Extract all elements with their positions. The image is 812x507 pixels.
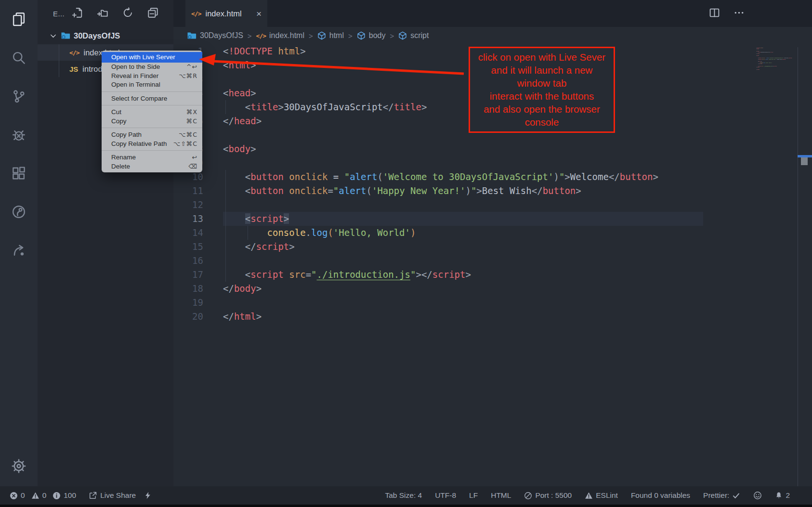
scrollbar-thumb[interactable] xyxy=(801,157,808,165)
status-item-label: 0 xyxy=(42,491,47,500)
context-menu-item-copy[interactable]: Copy⌘C xyxy=(102,117,202,126)
activity-go-live[interactable] xyxy=(0,231,38,270)
new-folder-icon xyxy=(97,7,108,18)
status-warnings[interactable]: 0 xyxy=(31,491,47,500)
status-eslint[interactable]: ESLint xyxy=(585,491,618,500)
code-line[interactable]: 9 xyxy=(173,156,812,170)
code-line[interactable]: 12 xyxy=(173,198,812,212)
code-line[interactable]: 15 </script> xyxy=(173,240,812,254)
line-number: 14 xyxy=(173,226,203,240)
context-menu-item-open-in-terminal[interactable]: Open in Terminal xyxy=(102,80,202,90)
code-line[interactable]: 16 xyxy=(173,254,812,268)
symbol-cube-icon xyxy=(398,31,407,40)
status-port[interactable]: Port : 5500 xyxy=(524,491,572,500)
status-variables[interactable]: Found 0 variables xyxy=(631,491,690,500)
context-menu-item-delete[interactable]: Delete⌫ xyxy=(102,162,202,171)
status-language[interactable]: HTML xyxy=(491,491,511,500)
menu-item-shortcut: ⌥⌘C xyxy=(179,131,197,139)
breadcrumb-item-body[interactable]: body xyxy=(357,31,386,40)
activity-settings[interactable] xyxy=(11,458,26,476)
breadcrumb-item-index-html[interactable]: </>index.html xyxy=(256,31,304,40)
activity-live-share[interactable] xyxy=(0,193,38,231)
code-line[interactable]: 14 console.log('Hello, World') xyxy=(173,226,812,240)
breadcrumb-separator: > xyxy=(309,32,313,40)
annotation-box: click on open with Live Sever and it wil… xyxy=(469,47,615,133)
menu-item-label: Cut xyxy=(111,108,121,116)
new-folder-button[interactable] xyxy=(97,7,108,20)
tree-root-folder[interactable]: 30DaysOfJS xyxy=(38,27,173,44)
live-share-export-icon xyxy=(89,491,97,500)
bell-icon xyxy=(775,491,783,500)
tab-index-html[interactable]: </> index.html × xyxy=(185,0,267,27)
line-number: 16 xyxy=(173,254,203,268)
line-number: 12 xyxy=(173,198,203,212)
menu-separator xyxy=(102,91,202,92)
status-prettier[interactable]: Prettier: xyxy=(703,491,740,500)
menu-item-shortcut: ⌥⌘R xyxy=(179,72,197,80)
warning-icon xyxy=(585,492,593,500)
minimap[interactable]: <!DOCTYPE html><html><head> <title>30Day… xyxy=(755,47,798,86)
breadcrumb-item-30daysofjs[interactable]: 30DaysOfJS xyxy=(187,31,243,40)
status-item-label: Prettier: xyxy=(703,491,729,500)
code-line[interactable]: 17 <script src="./introduction.js"></scr… xyxy=(173,268,812,282)
close-tab-icon[interactable]: × xyxy=(256,9,262,18)
info-icon xyxy=(52,492,61,500)
status-notifications[interactable]: 2 xyxy=(775,491,790,500)
context-menu-item-select-for-compare[interactable]: Select for Compare xyxy=(102,94,202,103)
breadcrumb-item-script[interactable]: script xyxy=(398,31,429,40)
code-line[interactable]: 10 <button onclick = "alert('Welcome to … xyxy=(173,170,812,184)
context-menu-item-open-with-live-server[interactable]: Open with Live Server xyxy=(102,52,202,63)
status-tab-size[interactable]: Tab Size: 4 xyxy=(385,491,422,500)
context-menu-item-copy-relative-path[interactable]: Copy Relative Path⌥⇧⌘C xyxy=(102,139,202,148)
code-line[interactable]: 8<body> xyxy=(173,142,812,156)
status-feedback[interactable] xyxy=(753,491,762,500)
status-item-label: HTML xyxy=(491,491,511,500)
menu-item-label: Rename xyxy=(111,154,136,161)
status-lightning[interactable] xyxy=(144,491,152,500)
split-editor-icon xyxy=(709,7,720,18)
context-menu-item-rename[interactable]: Rename↩ xyxy=(102,153,202,162)
activity-bar xyxy=(0,0,38,486)
status-eol[interactable]: LF xyxy=(469,491,478,500)
activity-explorer[interactable] xyxy=(0,0,38,39)
settings-gear-icon xyxy=(11,458,26,474)
code-line[interactable]: 20</html> xyxy=(173,310,812,324)
context-menu-item-reveal-in-finder[interactable]: Reveal in Finder⌥⌘R xyxy=(102,71,202,80)
more-actions-button[interactable] xyxy=(733,7,745,20)
line-number: 11 xyxy=(173,184,203,198)
split-editor-button[interactable] xyxy=(709,7,720,20)
breadcrumb-item-html[interactable]: html xyxy=(317,31,344,40)
code-line[interactable]: 18</body> xyxy=(173,282,812,296)
status-item-label: LF xyxy=(469,491,478,500)
menu-separator xyxy=(102,128,202,128)
menu-item-label: Delete xyxy=(111,163,130,170)
breadcrumb-separator: > xyxy=(390,32,394,40)
folder-icon xyxy=(187,31,196,40)
new-file-button[interactable] xyxy=(72,7,83,20)
menu-item-label: Open in Terminal xyxy=(111,81,160,89)
line-number: 15 xyxy=(173,240,203,254)
menu-item-shortcut: ⌘C xyxy=(186,117,197,125)
context-menu-item-open-to-the-side[interactable]: Open to the Side^↩ xyxy=(102,63,202,72)
refresh-explorer-button[interactable] xyxy=(122,7,133,20)
activity-debug[interactable] xyxy=(0,116,38,154)
status-item-label: 100 xyxy=(64,491,76,500)
status-live-share[interactable]: Live Share xyxy=(89,491,136,500)
collapse-folders-button[interactable] xyxy=(147,7,158,20)
code-line[interactable]: 11 <button onclick="alert('Happy New Yea… xyxy=(173,184,812,198)
activity-extensions[interactable] xyxy=(0,154,38,193)
context-menu-item-cut[interactable]: Cut⌘X xyxy=(102,108,202,117)
code-line[interactable]: 13 <script> xyxy=(173,212,812,226)
status-encoding[interactable]: UTF-8 xyxy=(435,491,456,500)
activity-search[interactable] xyxy=(0,39,38,77)
status-errors[interactable]: 0 xyxy=(10,491,25,500)
menu-item-label: Copy xyxy=(111,117,127,125)
check-icon xyxy=(732,492,740,500)
code-line[interactable]: 19 xyxy=(173,296,812,310)
tab-label: index.html xyxy=(205,9,241,18)
menu-item-label: Copy Path xyxy=(111,131,142,139)
activity-source-control[interactable] xyxy=(0,77,38,116)
feedback-smiley-icon xyxy=(753,491,762,500)
status-info[interactable]: 100 xyxy=(52,491,76,500)
context-menu-item-copy-path[interactable]: Copy Path⌥⌘C xyxy=(102,130,202,140)
